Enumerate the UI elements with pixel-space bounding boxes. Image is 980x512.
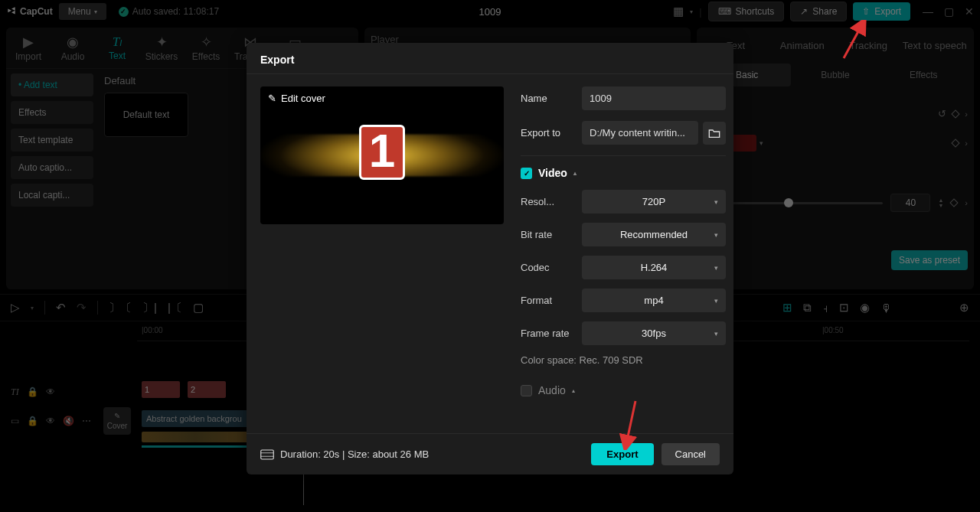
cover-preview: ✎ Edit cover 1 <box>260 86 504 224</box>
chevron-down-icon: ▾ <box>714 330 718 338</box>
film-icon <box>260 449 274 460</box>
cover-number: 1 <box>359 125 405 180</box>
chevron-down-icon: ▾ <box>714 264 718 272</box>
cancel-button[interactable]: Cancel <box>662 443 720 465</box>
export-path[interactable]: D:/My content writin... <box>582 121 698 145</box>
svg-rect-0 <box>261 450 274 459</box>
pencil-icon: ✎ <box>268 93 276 104</box>
colorspace-note: Color space: Rec. 709 SDR <box>521 354 726 366</box>
bitrate-select[interactable]: Recommended▾ <box>582 223 726 246</box>
modal-title: Export <box>247 43 733 74</box>
folder-icon <box>708 128 720 139</box>
video-section-header[interactable]: ✓ Video ▴ <box>521 167 726 179</box>
codec-select[interactable]: H.264▾ <box>582 256 726 279</box>
browse-folder-button[interactable] <box>703 122 726 145</box>
video-checkbox[interactable]: ✓ <box>521 168 532 179</box>
edit-cover-button[interactable]: ✎ Edit cover <box>268 93 325 104</box>
resolution-label: Resol... <box>521 196 573 207</box>
name-label: Name <box>521 93 573 104</box>
chevron-down-icon: ▾ <box>714 198 718 206</box>
export-modal: Export ✎ Edit cover 1 Name Export to D:/… <box>247 43 733 474</box>
resolution-select[interactable]: 720P▾ <box>582 190 726 214</box>
audio-checkbox[interactable] <box>521 385 532 396</box>
export-button[interactable]: Export <box>591 443 653 465</box>
audio-section-header[interactable]: Audio ▴ <box>521 384 726 396</box>
bitrate-label: Bit rate <box>521 229 573 240</box>
export-to-label: Export to <box>521 127 573 139</box>
chevron-up-icon: ▴ <box>573 170 577 177</box>
framerate-select[interactable]: 30fps▾ <box>582 321 726 345</box>
chevron-down-icon: ▾ <box>714 297 718 305</box>
chevron-up-icon: ▴ <box>572 387 575 394</box>
export-info: Duration: 20s | Size: about 26 MB <box>260 448 429 460</box>
name-input[interactable] <box>582 86 726 110</box>
chevron-down-icon: ▾ <box>714 231 718 239</box>
format-select[interactable]: mp4▾ <box>582 289 726 312</box>
framerate-label: Frame rate <box>521 328 573 339</box>
format-label: Format <box>521 295 573 306</box>
codec-label: Codec <box>521 262 573 273</box>
